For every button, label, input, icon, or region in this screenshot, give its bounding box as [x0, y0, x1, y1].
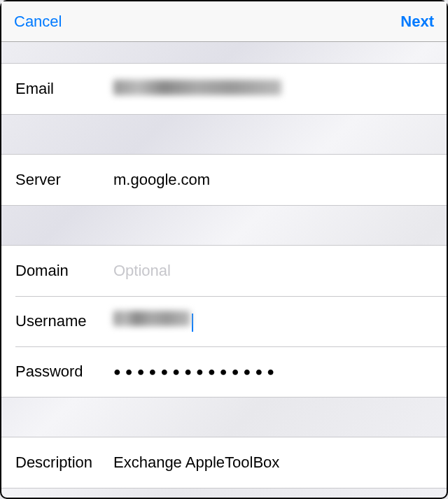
section-gap	[1, 206, 447, 245]
username-row[interactable]: Username	[1, 296, 447, 346]
email-group: Email	[1, 63, 447, 115]
credentials-group: Domain Username Password ●●●●●●●●●●●●●●	[1, 245, 447, 398]
email-row[interactable]: Email	[1, 64, 447, 114]
password-field[interactable]: ●●●●●●●●●●●●●●	[113, 365, 279, 379]
description-row[interactable]: Description	[1, 437, 447, 488]
domain-label: Domain	[15, 262, 113, 280]
section-gap	[1, 42, 447, 63]
server-label: Server	[15, 171, 113, 189]
server-group: Server	[1, 154, 447, 206]
password-row[interactable]: Password ●●●●●●●●●●●●●●	[1, 346, 447, 397]
navigation-bar: Cancel Next	[1, 1, 447, 42]
username-field[interactable]	[113, 311, 193, 332]
username-label: Username	[15, 312, 113, 330]
email-field[interactable]	[113, 80, 281, 98]
cancel-button[interactable]: Cancel	[14, 13, 62, 31]
text-cursor	[192, 314, 193, 332]
account-setup-screen: Cancel Next Email Server Domain Username	[0, 0, 448, 499]
email-label: Email	[15, 80, 113, 98]
domain-row[interactable]: Domain	[1, 246, 447, 296]
redacted-username-value	[113, 311, 190, 326]
domain-field[interactable]	[113, 262, 433, 280]
server-field[interactable]	[113, 171, 433, 189]
section-gap	[1, 398, 447, 437]
redacted-email-value	[113, 80, 281, 95]
description-group: Description	[1, 437, 447, 489]
password-label: Password	[15, 363, 113, 381]
server-row[interactable]: Server	[1, 155, 447, 205]
description-field[interactable]	[113, 454, 433, 472]
section-gap	[1, 115, 447, 154]
next-button[interactable]: Next	[400, 13, 434, 31]
description-label: Description	[15, 454, 113, 472]
